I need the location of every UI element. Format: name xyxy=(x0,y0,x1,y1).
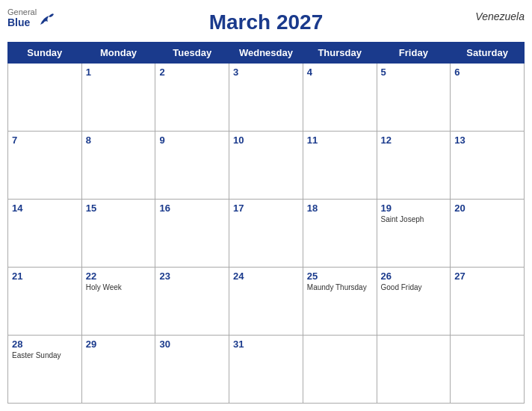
week-row-2: 78910111213 xyxy=(8,132,525,200)
logo-bird-icon xyxy=(39,11,55,28)
calendar-table: Sunday Monday Tuesday Wednesday Thursday… xyxy=(7,42,525,404)
day-number: 6 xyxy=(454,67,520,78)
header-thursday: Thursday xyxy=(303,43,377,64)
day-number: 25 xyxy=(307,271,373,282)
day-number: 20 xyxy=(454,203,520,214)
day-number: 3 xyxy=(233,67,299,78)
weekday-header-row: Sunday Monday Tuesday Wednesday Thursday… xyxy=(8,43,525,64)
day-number: 12 xyxy=(381,135,447,146)
country-label: Venezuela xyxy=(475,10,525,22)
day-number: 22 xyxy=(86,271,152,282)
header-saturday: Saturday xyxy=(451,43,525,64)
day-cell: 14 xyxy=(8,200,82,268)
day-number: 13 xyxy=(454,135,520,146)
day-cell: 15 xyxy=(81,200,155,268)
day-cell: 25Maundy Thursday xyxy=(303,268,377,336)
header-monday: Monday xyxy=(81,43,155,64)
holiday-label: Easter Sunday xyxy=(12,351,78,359)
day-cell: 31 xyxy=(229,336,303,404)
day-number: 27 xyxy=(454,271,520,282)
day-cell: 13 xyxy=(451,132,525,200)
day-cell: 22Holy Week xyxy=(81,268,155,336)
day-cell: 30 xyxy=(155,336,229,404)
day-cell: 12 xyxy=(377,132,451,200)
day-cell: 9 xyxy=(155,132,229,200)
day-cell: 17 xyxy=(229,200,303,268)
day-cell xyxy=(377,336,451,404)
day-number: 18 xyxy=(307,203,373,214)
day-cell xyxy=(303,336,377,404)
day-number: 24 xyxy=(233,271,299,282)
holiday-label: Saint Joseph xyxy=(381,215,447,223)
day-cell: 8 xyxy=(81,132,155,200)
day-number: 1 xyxy=(86,67,152,78)
day-number: 23 xyxy=(159,271,225,282)
day-cell: 5 xyxy=(377,64,451,132)
day-cell: 27 xyxy=(451,268,525,336)
day-cell: 3 xyxy=(229,64,303,132)
day-cell: 6 xyxy=(451,64,525,132)
header-wednesday: Wednesday xyxy=(229,43,303,64)
day-cell: 29 xyxy=(81,336,155,404)
day-number: 9 xyxy=(159,135,225,146)
day-cell: 2 xyxy=(155,64,229,132)
day-number: 26 xyxy=(381,271,447,282)
day-number: 19 xyxy=(381,203,447,214)
day-cell: 24 xyxy=(229,268,303,336)
day-cell: 7 xyxy=(8,132,82,200)
week-row-3: 141516171819Saint Joseph20 xyxy=(8,200,525,268)
day-number: 29 xyxy=(86,339,152,350)
logo-general-text: General xyxy=(7,7,37,16)
calendar-wrapper: General Blue March 2027 Venezuela Sunday… xyxy=(0,0,532,411)
header-friday: Friday xyxy=(377,43,451,64)
calendar-title: March 2027 xyxy=(209,10,324,34)
day-cell: 4 xyxy=(303,64,377,132)
day-number: 15 xyxy=(86,203,152,214)
day-cell: 16 xyxy=(155,200,229,268)
day-number: 17 xyxy=(233,203,299,214)
day-cell xyxy=(8,64,82,132)
day-cell: 23 xyxy=(155,268,229,336)
day-number: 31 xyxy=(233,339,299,350)
week-row-1: 123456 xyxy=(8,64,525,132)
week-row-4: 2122Holy Week232425Maundy Thursday26Good… xyxy=(8,268,525,336)
day-number: 7 xyxy=(12,135,78,146)
day-cell xyxy=(451,336,525,404)
day-cell: 26Good Friday xyxy=(377,268,451,336)
day-number: 2 xyxy=(159,67,225,78)
week-row-5: 28Easter Sunday293031 xyxy=(8,336,525,404)
day-number: 5 xyxy=(381,67,447,78)
holiday-label: Maundy Thursday xyxy=(307,283,373,291)
day-number: 11 xyxy=(307,135,373,146)
day-number: 10 xyxy=(233,135,299,146)
day-cell: 20 xyxy=(451,200,525,268)
day-cell: 28Easter Sunday xyxy=(8,336,82,404)
logo: General Blue xyxy=(7,7,55,28)
day-cell: 21 xyxy=(8,268,82,336)
day-number: 4 xyxy=(307,67,373,78)
holiday-label: Holy Week xyxy=(86,283,152,291)
day-number: 30 xyxy=(159,339,225,350)
day-number: 21 xyxy=(12,271,78,282)
day-cell: 1 xyxy=(81,64,155,132)
calendar-header: General Blue March 2027 Venezuela xyxy=(7,7,525,37)
day-number: 16 xyxy=(159,203,225,214)
day-cell: 10 xyxy=(229,132,303,200)
day-number: 28 xyxy=(12,339,78,350)
header-tuesday: Tuesday xyxy=(155,43,229,64)
day-cell: 18 xyxy=(303,200,377,268)
holiday-label: Good Friday xyxy=(381,283,447,291)
logo-blue-text: Blue xyxy=(7,16,37,28)
header-sunday: Sunday xyxy=(8,43,82,64)
day-number: 14 xyxy=(12,203,78,214)
day-cell: 19Saint Joseph xyxy=(377,200,451,268)
day-cell: 11 xyxy=(303,132,377,200)
day-number: 8 xyxy=(86,135,152,146)
